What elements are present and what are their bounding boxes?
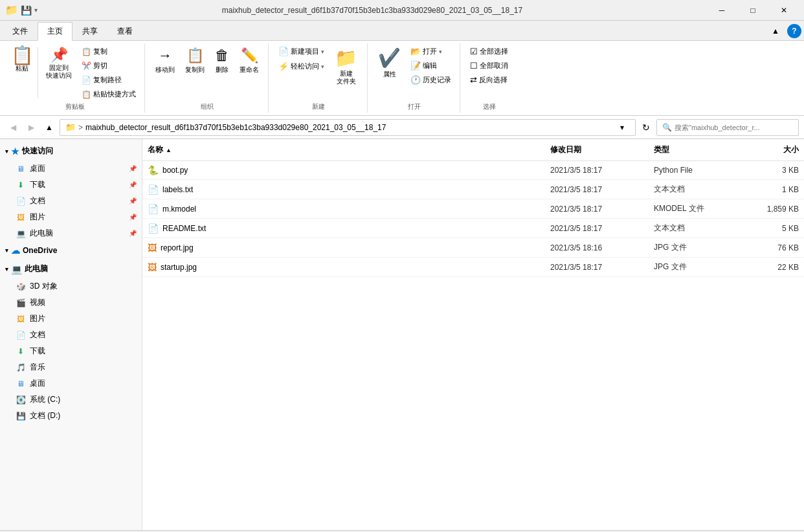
history-button[interactable]: 🕐 历史记录 <box>407 73 454 87</box>
copy-path-button[interactable]: 📄 复制路径 <box>78 73 139 87</box>
tab-file[interactable]: 文件 <box>3 22 38 40</box>
sidebar-item-pictures2[interactable]: 🖼 图片 <box>0 311 142 327</box>
sidebar-item-sysc[interactable]: 💽 系统 (C:) <box>0 392 142 408</box>
sidebar-item-pictures-label: 图片 <box>30 212 45 223</box>
paste-button[interactable]: 📋 粘贴 <box>10 45 34 76</box>
search-box[interactable]: 🔍 <box>656 119 799 136</box>
sidebar-item-video[interactable]: 🎬 视频 <box>0 294 142 311</box>
select-all-button[interactable]: ☑ 全部选择 <box>467 45 511 58</box>
cut-button[interactable]: ✂️ 剪切 <box>78 59 139 72</box>
select-all-icon: ☑ <box>470 47 478 56</box>
ribbon-group-open: ✔️ 属性 📂 打开 ▾ 📝 编辑 🕐 历史记录 打开 <box>369 43 460 113</box>
sidebar-item-music[interactable]: 🎵 音乐 <box>0 359 142 375</box>
file-row-boot[interactable]: 🐍 boot.py 2021/3/5 18:17 Python File 3 K… <box>142 161 804 180</box>
back-button[interactable]: ◀ <box>5 120 21 135</box>
onedrive-icon: ☁ <box>11 245 20 256</box>
sidebar-item-mypc[interactable]: 💻 此电脑 📌 <box>0 225 142 241</box>
music-icon: 🎵 <box>16 362 26 373</box>
sidebar-item-pictures[interactable]: 🖼 图片 📌 <box>0 209 142 225</box>
sidebar-item-downloads[interactable]: ⬇ 下载 📌 <box>0 177 142 193</box>
col-date[interactable]: 修改日期 <box>545 142 649 158</box>
move-to-icon: → <box>158 47 172 64</box>
file-date-boot: 2021/3/5 18:17 <box>545 162 649 179</box>
sidebar-item-desktop[interactable]: 🖥 桌面 📌 <box>0 161 142 177</box>
new-label: 新建 <box>275 101 362 111</box>
open-group-label: 打开 <box>374 101 454 111</box>
col-type[interactable]: 类型 <box>649 142 739 158</box>
file-type-readme: 文本文档 <box>649 219 739 238</box>
refresh-button[interactable]: ↻ <box>638 120 654 135</box>
collapse-ribbon-icon[interactable]: ▲ <box>768 24 783 38</box>
edit-button[interactable]: 📝 编辑 <box>407 59 454 72</box>
copy-to-button[interactable]: 📋 复制到 <box>181 45 208 77</box>
new-item-chevron: ▾ <box>321 49 324 55</box>
delete-button[interactable]: 🗑 删除 <box>211 45 233 77</box>
sidebar-item-documents2[interactable]: 📄 文档 <box>0 327 142 343</box>
sidebar-item-documents2-label: 文档 <box>30 329 45 340</box>
select-none-button[interactable]: ☐ 全部取消 <box>467 59 511 72</box>
search-input[interactable] <box>675 124 793 131</box>
tab-view[interactable]: 查看 <box>107 22 142 40</box>
new-folder-button[interactable]: 📁 新建文件夹 <box>330 45 362 88</box>
ribbon-group-new: 📄 新建项目 ▾ ⚡ 轻松访问 ▾ 📁 新建文件夹 新建 <box>270 43 368 113</box>
minimize-button[interactable]: ─ <box>707 0 737 21</box>
title-menu-icon[interactable]: ▾ <box>34 6 38 14</box>
properties-button[interactable]: ✔️ 属性 <box>374 45 405 82</box>
documents-pin-icon: 📌 <box>129 197 137 205</box>
quick-access-header[interactable]: ▾ ★ 快速访问 <box>0 142 142 161</box>
maximize-button[interactable]: □ <box>738 0 768 21</box>
file-row-labels[interactable]: 📄 labels.txt 2021/3/5 18:17 文本文档 1 KB <box>142 180 804 199</box>
tab-share[interactable]: 共享 <box>73 22 107 40</box>
pin-icon: 📌 <box>51 47 67 63</box>
delete-icon: 🗑 <box>215 47 229 64</box>
pin-button[interactable]: 📌 固定到快速访问 <box>42 45 76 82</box>
sidebar-item-docd[interactable]: 💾 文档 (D:) <box>0 408 142 424</box>
file-row-report[interactable]: 🖼 report.jpg 2021/3/5 18:16 JPG 文件 76 KB <box>142 238 804 258</box>
help-button[interactable]: ? <box>787 24 801 38</box>
rename-button[interactable]: ✏️ 重命名 <box>236 45 263 77</box>
sidebar-item-3d-label: 3D 对象 <box>30 281 58 292</box>
file-icon-labels: 📄 <box>148 184 159 195</box>
paste-shortcut-button[interactable]: 📋 粘贴快捷方式 <box>78 87 139 101</box>
col-size[interactable]: 大小 <box>739 142 804 158</box>
up-button[interactable]: ▲ <box>41 120 57 135</box>
copy-path-icon: 📄 <box>82 76 91 85</box>
video-icon: 🎬 <box>16 298 26 308</box>
downloads-pin-icon: 📌 <box>129 181 137 188</box>
file-size-boot: 3 KB <box>739 162 804 179</box>
file-row-kmodel[interactable]: 📄 m.kmodel 2021/3/5 18:17 KMODEL 文件 1,85… <box>142 199 804 219</box>
file-size-kmodel: 1,859 KB <box>739 201 804 217</box>
onedrive-header[interactable]: ▾ ☁ OneDrive <box>0 241 142 260</box>
sidebar-item-desktop2[interactable]: 🖥 桌面 <box>0 375 142 392</box>
file-name-report: 🖼 report.jpg <box>142 239 545 257</box>
address-input[interactable] <box>85 123 612 132</box>
sidebar-item-3d[interactable]: 🎲 3D 对象 <box>0 278 142 294</box>
invert-selection-button[interactable]: ⇄ 反向选择 <box>467 73 511 87</box>
close-button[interactable]: ✕ <box>769 0 799 21</box>
new-item-button[interactable]: 📄 新建项目 ▾ <box>275 45 328 58</box>
new-folder-icon: 📁 <box>335 47 357 69</box>
move-to-button[interactable]: → 移动到 <box>151 45 179 77</box>
sidebar-item-downloads2[interactable]: ⬇ 下载 <box>0 343 142 359</box>
easy-access-button[interactable]: ⚡ 轻松访问 ▾ <box>275 60 328 73</box>
search-icon: 🔍 <box>662 123 672 132</box>
copy-button[interactable]: 📋 复制 <box>78 45 139 58</box>
ribbon-group-organize: → 移动到 📋 复制到 🗑 删除 ✏️ 重命名 组织 <box>146 43 269 113</box>
open-button[interactable]: 📂 打开 ▾ <box>407 45 454 58</box>
desktop2-icon: 🖥 <box>16 379 26 389</box>
file-row-readme[interactable]: 📄 README.txt 2021/3/5 18:17 文本文档 5 KB <box>142 219 804 238</box>
file-row-startup[interactable]: 🖼 startup.jpg 2021/3/5 18:17 JPG 文件 22 K… <box>142 258 804 277</box>
file-name-labels: 📄 labels.txt <box>142 181 545 199</box>
mypc2-icon: 💻 <box>11 264 22 274</box>
mypc2-header[interactable]: ▾ 💻 此电脑 <box>0 260 142 278</box>
sidebar-item-documents[interactable]: 📄 文档 📌 <box>0 193 142 209</box>
dropdown-arrow-button[interactable]: ▾ <box>614 120 630 135</box>
forward-button[interactable]: ▶ <box>23 120 39 135</box>
select-all-label: 全部选择 <box>480 47 508 56</box>
copy-path-label: 复制路径 <box>93 75 122 85</box>
file-size-startup: 22 KB <box>739 259 804 276</box>
tab-home[interactable]: 主页 <box>38 22 73 41</box>
edit-label: 编辑 <box>423 61 437 71</box>
col-name[interactable]: 名称 ▲ <box>142 142 545 158</box>
address-box[interactable]: 📁 > ▾ <box>60 119 636 136</box>
